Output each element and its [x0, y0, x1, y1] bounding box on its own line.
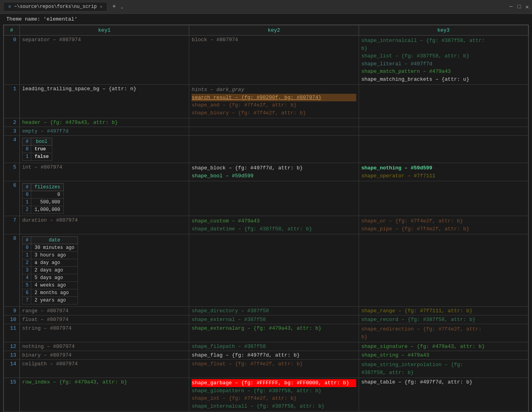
maximize-button[interactable]: □ [517, 4, 521, 10]
row-num: 0 [4, 36, 20, 85]
terminal-tab[interactable]: ≡ ~\source\repos\forks\nu_scrip ✕ [3, 2, 107, 11]
filesize-val: 0 [31, 191, 64, 199]
inner-row: 1 500,000 [23, 199, 64, 206]
bool-val-true: true [31, 146, 52, 153]
table-row: 2 header – {fg: #479a43, attr: b} [4, 118, 528, 127]
table-row: 11 string – #807974 shape_externalarg – … [4, 324, 528, 342]
bool-val-false: false [31, 153, 52, 161]
inner-row-num: 6 [23, 289, 31, 297]
row-num: 1 [4, 85, 20, 118]
row7-col1: duration – #807974 [20, 216, 189, 234]
row3-col1: empty – #497f7d [20, 127, 189, 136]
bool-table: # bool 0 true 1 false [22, 138, 52, 161]
inner-bool-header: bool [31, 138, 52, 146]
filesizes-table: # filesizes 0 0 1 500,000 [22, 183, 64, 214]
row14-col3: shape_string_interpolation – {fg: #387f5… [359, 360, 528, 378]
row2-col3 [359, 118, 528, 127]
row-num: 15 [4, 378, 20, 412]
new-tab-button[interactable]: + [110, 3, 118, 10]
close-button[interactable]: ✕ [526, 4, 529, 10]
table-row: 3 empty – #497f7d [4, 127, 528, 136]
inner-hash-header: # [23, 237, 31, 244]
table-row: 10 float – #807974 shape_external – #387… [4, 315, 528, 324]
row4-col2 [189, 136, 359, 163]
row-num: 2 [4, 118, 20, 127]
row15-col1: row_index – {fg: #479a43, attr: b} [20, 378, 189, 412]
row7-col3: shape_or – {fg: #7f4e2f, attr: b} shape_… [359, 216, 528, 234]
row2-col2 [189, 118, 359, 127]
tab-close-icon[interactable]: ✕ [100, 4, 102, 9]
inner-date-header: date [31, 237, 78, 244]
row-num: 12 [4, 342, 20, 351]
row8-col2 [189, 234, 359, 307]
col2-header: key2 [189, 25, 359, 36]
date-val: a day ago [31, 259, 78, 267]
row10-col2: shape_external – #387f58 [189, 315, 359, 324]
date-table: # date 0 30 minutes ago 1 3 hours ago [22, 236, 78, 304]
row-num: 13 [4, 351, 20, 360]
inner-row-num: 1 [23, 153, 31, 161]
row0-col2: block – #807974 [189, 36, 359, 85]
row11-col2: shape_externalarg – {fg: #479a43, attr: … [189, 324, 359, 342]
row-num: 5 [4, 163, 20, 181]
col3-header: key3 [359, 25, 528, 36]
date-val: 4 weeks ago [31, 282, 78, 289]
row3-col2 [189, 127, 359, 136]
inner-row-num: 3 [23, 267, 31, 274]
tab-label: ~\source\repos\forks\nu_scrip [14, 4, 97, 9]
row5-col1: int – #807974 [20, 163, 189, 181]
row9-col3: shape_range – {fg: #7f7111, attr: b} [359, 307, 528, 315]
titlebar: ≡ ~\source\repos\forks\nu_scrip ✕ + ⌄ ─ … [0, 0, 532, 14]
row4-col3 [359, 136, 528, 163]
row5-col2: shape_block – {fg: #497f7d, attr: b} sha… [189, 163, 359, 181]
row9-col1: range – #807974 [20, 307, 189, 315]
inner-row: 6 2 months ago [23, 289, 78, 297]
filesize-val: 500,000 [31, 199, 64, 206]
inner-filesizes-header: filesizes [31, 184, 64, 191]
table-row: 1 leading_trailing_space_bg – {attr: n} … [4, 85, 528, 118]
row-num: 7 [4, 216, 20, 234]
date-val-years: 2 years ago [31, 297, 78, 304]
row0-col3: shape_internalcall – {fg: #387f58, attr:… [359, 36, 528, 85]
inner-row-num: 5 [23, 282, 31, 289]
inner-row-num: 0 [23, 244, 31, 252]
row-num: 10 [4, 315, 20, 324]
inner-row-num: 0 [23, 146, 31, 153]
inner-row: 1 3 hours ago [23, 252, 78, 259]
row8-col3 [359, 234, 528, 307]
table-row: 13 binary – #807974 shape_flag – {fg: #4… [4, 351, 528, 360]
row7-col2: shape_custom – #479a43 shape_datetime – … [189, 216, 359, 234]
row12-col1: nothing – #807974 [20, 342, 189, 351]
inner-row-num: 7 [23, 297, 31, 304]
row-num: 14 [4, 360, 20, 378]
table-row: 6 # filesizes 0 0 [4, 181, 528, 216]
filesize-val: 1,000,000 [31, 206, 64, 214]
row-num: 6 [4, 181, 20, 216]
tabs-chevron-icon[interactable]: ⌄ [121, 4, 124, 9]
row10-col1: float – #807974 [20, 315, 189, 324]
table-row: 15 row_index – {fg: #479a43, attr: b} sh… [4, 378, 528, 412]
minimize-button[interactable]: ─ [509, 4, 513, 10]
inner-row: 2 1,000,000 [23, 206, 64, 214]
inner-row-num: 1 [23, 252, 31, 259]
row14-col1: cellpath – #807974 [20, 360, 189, 378]
row0-col1: separator – #807974 [20, 36, 189, 85]
row1-col2: hints – dark_gray search_result – {fg: #… [189, 85, 359, 118]
inner-row: 7 2 years ago [23, 297, 78, 304]
table-row: 14 cellpath – #807974 shape_float – {fg:… [4, 360, 528, 378]
theme-name-line: Theme name: 'elemental' [0, 14, 532, 25]
inner-row: 0 30 minutes ago [23, 244, 78, 252]
row-num: 3 [4, 127, 20, 136]
row13-col2: shape_flag – {fg: #497f7d, attr: b} [189, 351, 359, 360]
inner-row-num: 0 [23, 191, 31, 199]
inner-row: 5 4 weeks ago [23, 282, 78, 289]
row8-col1: # date 0 30 minutes ago 1 3 hours ago [20, 234, 189, 307]
row-num: 8 [4, 234, 20, 307]
inner-hash-header: # [23, 138, 31, 146]
row11-col3: shape_redirection – {fg: #7f4e2f, attr: … [359, 324, 528, 342]
inner-row: 0 0 [23, 191, 64, 199]
row6-col3 [359, 181, 528, 216]
date-val: 2 days ago [31, 267, 78, 274]
table-row: 7 duration – #807974 shape_custom – #479… [4, 216, 528, 234]
inner-row: 0 true [23, 146, 52, 153]
